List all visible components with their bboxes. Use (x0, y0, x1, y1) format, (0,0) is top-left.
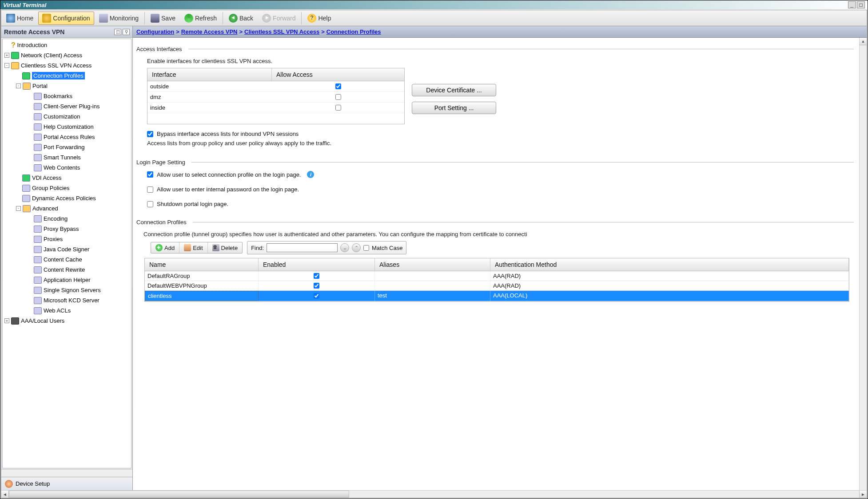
tree-web-contents[interactable]: Web Contents (3, 162, 131, 173)
configuration-button[interactable]: Configuration (38, 12, 94, 25)
refresh-button[interactable]: Refresh (180, 12, 221, 25)
col-allow-access[interactable]: Allow Access (272, 68, 404, 81)
profile-actions: Add Edit Delete (151, 242, 243, 253)
back-button[interactable]: Back (225, 12, 257, 25)
port-setting-button[interactable]: Port Setting ... (412, 102, 496, 114)
tree-proxy-bypass[interactable]: Proxy Bypass (3, 224, 131, 234)
minimize-button[interactable]: _ (848, 1, 856, 8)
iface-row-outside: outside (147, 81, 404, 92)
profile-row-defaultwebvpngroup[interactable]: DefaultWEBVPNGroup AAA(RAD) (145, 281, 849, 291)
tree-connection-profiles[interactable]: Connection Profiles (3, 71, 131, 81)
tree-content-rewrite[interactable]: Content Rewrite (3, 265, 131, 275)
allow-internal-password-checkbox[interactable] (147, 186, 153, 193)
delete-button[interactable]: Delete (208, 242, 243, 253)
sidebar-hscrollbar[interactable] (1, 469, 132, 477)
breadcrumb-clientless-ssl-vpn-access[interactable]: Clientless SSL VPN Access (244, 28, 319, 35)
tree-advanced[interactable]: -Advanced (3, 203, 131, 214)
access-lists-note: Access lists from group policy and user … (147, 140, 850, 147)
tree-application-helper[interactable]: Application Helper (3, 275, 131, 285)
breadcrumb-connection-profiles[interactable]: Connection Profiles (326, 28, 381, 35)
question-icon: ? (11, 41, 16, 49)
device-certificate-button[interactable]: Device Certificate ... (412, 84, 496, 96)
sidebar-detach-icon[interactable]: ◫ (114, 29, 121, 35)
add-button[interactable]: Add (151, 242, 179, 253)
monitoring-button[interactable]: Monitoring (95, 12, 143, 25)
bypass-acl-checkbox[interactable] (147, 131, 153, 137)
tree-portal-access-rules[interactable]: Portal Access Rules (3, 132, 131, 142)
col-auth-method[interactable]: Authentication Method (490, 258, 849, 271)
tree-microsoft-kcd-server[interactable]: Microsoft KCD Server (3, 295, 131, 305)
maximize-button[interactable]: □ (857, 1, 865, 8)
tree-encoding[interactable]: Encoding (3, 214, 131, 224)
sidebar-section-device-setup[interactable]: Device Setup (1, 477, 132, 490)
tree-group-policies[interactable]: Group Policies (3, 183, 131, 193)
scroll-right-icon[interactable]: ► (859, 491, 867, 498)
tree-customization[interactable]: Customization (3, 111, 131, 122)
page-icon (22, 195, 30, 202)
window-title: Virtual Terminal (3, 2, 46, 8)
find-box: Find: ⌄ ⌃ Match Case (247, 241, 406, 254)
tree-smart-tunnels[interactable]: Smart Tunnels (3, 152, 131, 162)
allow-dmz-checkbox[interactable] (335, 94, 341, 100)
tree-aaa-local-users[interactable]: +AAA/Local Users (3, 316, 131, 326)
find-input[interactable] (267, 243, 338, 252)
page-icon (34, 123, 42, 131)
breadcrumb-configuration[interactable]: Configuration (136, 28, 174, 35)
app-hscrollbar[interactable]: ◄ ► (1, 490, 867, 498)
tree-java-code-signer[interactable]: Java Code Signer (3, 244, 131, 254)
enabled-checkbox[interactable] (314, 273, 319, 279)
tree-portal[interactable]: -Portal (3, 81, 131, 91)
tree-vdi-access[interactable]: VDI Access (3, 173, 131, 183)
find-prev-icon[interactable]: ⌃ (352, 243, 361, 252)
forward-button[interactable]: Forward (258, 12, 299, 25)
breadcrumb-remote-access-vpn[interactable]: Remote Access VPN (181, 28, 238, 35)
profile-row-clientless[interactable]: clientless test AAA(LOCAL) (145, 291, 849, 301)
scroll-up-icon[interactable]: ▲ (860, 38, 867, 45)
find-next-icon[interactable]: ⌄ (340, 243, 349, 252)
allow-inside-checkbox[interactable] (335, 105, 341, 111)
back-icon (229, 14, 238, 23)
page-icon (34, 297, 42, 304)
home-button[interactable]: Home (2, 12, 37, 25)
tree-proxies[interactable]: Proxies (3, 234, 131, 244)
help-button[interactable]: Help (303, 12, 335, 25)
allow-select-profile-checkbox[interactable] (147, 171, 153, 178)
tree-clientless-ssl-vpn-access[interactable]: -Clientless SSL VPN Access (3, 60, 131, 71)
tree-network-client-access[interactable]: +Network (Client) Access (3, 50, 131, 60)
tree-content-cache[interactable]: Content Cache (3, 254, 131, 265)
save-button[interactable]: Save (147, 12, 179, 25)
col-name[interactable]: Name (145, 258, 259, 271)
shutdown-portal-checkbox[interactable] (147, 201, 153, 207)
col-interface[interactable]: Interface (147, 68, 272, 81)
profile-row-defaultragroup[interactable]: DefaultRAGroup AAA(RAD) (145, 271, 849, 281)
page-icon (34, 266, 42, 273)
edit-button[interactable]: Edit (179, 242, 207, 253)
interfaces-table: Interface Allow Access outside dmz insid… (147, 68, 405, 124)
tree-introduction[interactable]: ? Introduction (3, 40, 131, 50)
panel-vscrollbar[interactable]: ▲ (859, 38, 867, 490)
access-interfaces-title: Access Interfaces (136, 46, 854, 52)
shutdown-portal-label: Shutdown portal login page. (157, 201, 228, 207)
col-enabled[interactable]: Enabled (259, 258, 375, 271)
enabled-checkbox[interactable] (314, 293, 319, 299)
breadcrumb: Configuration > Remote Access VPN > Clie… (133, 26, 867, 38)
page-icon (22, 174, 30, 182)
info-icon[interactable]: i (307, 171, 314, 178)
tree-client-server-plugins[interactable]: Client-Server Plug-ins (3, 101, 131, 111)
enabled-checkbox[interactable] (314, 283, 319, 289)
connection-profiles-table: Name Enabled Aliases Authentication Meth… (144, 258, 849, 302)
scroll-thumb[interactable] (9, 491, 349, 498)
tree-help-customization[interactable]: Help Customization (3, 122, 131, 132)
access-interfaces-note: Enable interfaces for clientless SSL VPN… (147, 58, 850, 64)
scroll-left-icon[interactable]: ◄ (1, 491, 9, 498)
tree-single-signon-servers[interactable]: Single Signon Servers (3, 285, 131, 295)
col-aliases[interactable]: Aliases (375, 258, 490, 271)
tree-port-forwarding[interactable]: Port Forwarding (3, 142, 131, 152)
match-case-checkbox[interactable] (363, 245, 369, 251)
tree-bookmarks[interactable]: Bookmarks (3, 91, 131, 101)
nav-tree[interactable]: ? Introduction +Network (Client) Access … (2, 39, 131, 468)
tree-web-acls[interactable]: Web ACLs (3, 305, 131, 316)
tree-dynamic-access-policies[interactable]: Dynamic Access Policies (3, 193, 131, 203)
sidebar-pin-icon[interactable]: ⚲ (123, 29, 130, 35)
allow-outside-checkbox[interactable] (335, 83, 341, 89)
